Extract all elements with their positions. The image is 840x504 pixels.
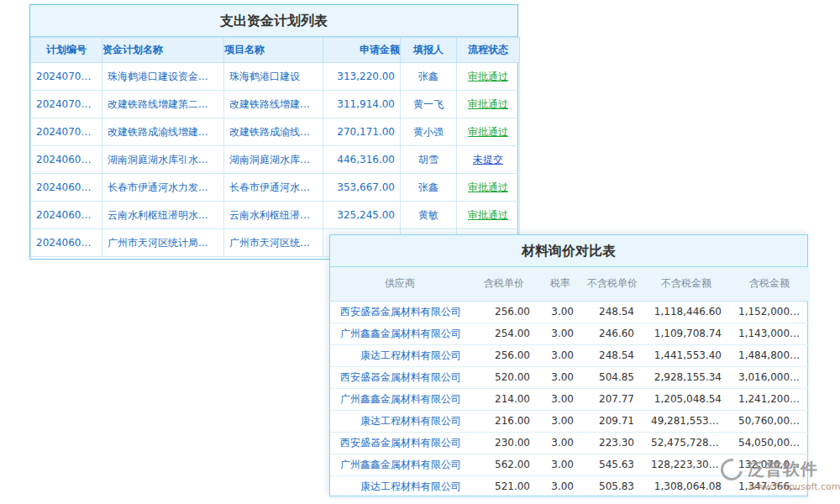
- quote-cell-price-notax: 248.54: [582, 301, 643, 323]
- plan-cell-id: 2024060011: [31, 146, 102, 174]
- plan-cell-project: 改建铁路线增建第...: [224, 91, 323, 118]
- quote-cell-price-notax: 246.60: [582, 323, 643, 344]
- quote-cell-amount-tax: 1,143,000.00: [730, 323, 809, 344]
- quote-column-header: 含税金额: [730, 267, 809, 301]
- plan-cell-project: 广州市天河区统计...: [224, 229, 323, 257]
- quote-table-header-row: 供应商含税单价税率不含税单价不含税金额含税金额: [330, 267, 809, 301]
- quote-cell-supplier: 康达工程材料有限公司: [330, 344, 470, 366]
- status-link[interactable]: 审批通过: [468, 71, 508, 82]
- plan-table-row[interactable]: 2024070001改建铁路成渝线增建...改建铁路成渝线增...270,171…: [31, 118, 520, 146]
- plan-cell-amount: 446,316.00: [323, 146, 401, 174]
- quote-cell-supplier: 广州鑫鑫金属材料有限公司: [330, 323, 470, 344]
- quote-cell-amount-notax: 1,118,446.60: [643, 301, 730, 323]
- quote-cell-amount-notax: 1,441,553.40: [643, 344, 730, 366]
- plan-table-row[interactable]: 2024070003珠海鹤港口建设资金...珠海鹤港口建设313,220.00张…: [31, 63, 520, 91]
- plan-cell-person: 黄敏: [401, 202, 457, 229]
- status-link[interactable]: 审批通过: [468, 209, 508, 221]
- plan-cell-status[interactable]: 审批通过: [457, 174, 520, 202]
- quote-cell-price-tax: 256.00: [470, 301, 538, 323]
- plan-cell-status[interactable]: 审批通过: [457, 63, 520, 91]
- quote-cell-amount-tax: 1,241,200.00: [730, 388, 809, 410]
- plan-column-header: 填报人: [401, 38, 457, 63]
- plan-cell-plan: 珠海鹤港口建设资金...: [102, 63, 224, 91]
- quote-table-row[interactable]: 广州鑫鑫金属材料有限公司254.003.00246.601,109,708.74…: [330, 323, 809, 344]
- quote-column-header: 不含税单价: [582, 267, 643, 301]
- plan-table-row[interactable]: 2024060011湖南洞庭湖水库引水...湖南洞庭湖水库引...446,316…: [31, 146, 520, 174]
- quote-cell-supplier: 康达工程材料有限公司: [330, 410, 470, 432]
- fanpu-watermark: 泛普软件 www.fanpusoft.com: [721, 458, 840, 492]
- plan-cell-status[interactable]: 审批通过: [457, 118, 520, 146]
- plan-cell-project: 长春市伊通河水力...: [224, 174, 323, 202]
- status-link[interactable]: 审批通过: [468, 181, 508, 193]
- quote-cell-price-tax: 230.00: [470, 432, 538, 454]
- quote-cell-amount-notax: 1,205,048.54: [643, 388, 730, 410]
- quote-table-row[interactable]: 康达工程材料有限公司256.003.00248.541,441,553.401,…: [330, 344, 809, 366]
- quote-cell-amount-tax: 54,050,000.00: [730, 432, 809, 454]
- quote-column-header: 不含税金额: [643, 267, 730, 301]
- plan-column-header: 流程状态: [457, 38, 520, 63]
- plan-cell-plan: 改建铁路线增建第二...: [102, 91, 224, 118]
- quote-cell-price-tax: 256.00: [470, 344, 538, 366]
- quote-cell-price-notax: 248.54: [582, 344, 643, 366]
- plan-table-row[interactable]: 2024070002改建铁路线增建第二...改建铁路线增建第...311,914…: [31, 91, 520, 118]
- plan-cell-plan: 湖南洞庭湖水库引水...: [102, 146, 224, 174]
- plan-cell-project: 湖南洞庭湖水库引...: [224, 146, 323, 174]
- quote-cell-amount-notax: 1,308,064.08: [643, 475, 730, 497]
- quote-table-row[interactable]: 康达工程材料有限公司216.003.00209.7149,281,553.405…: [330, 410, 809, 432]
- plan-cell-person: 张鑫: [401, 174, 457, 202]
- plan-column-header: 项目名称: [224, 38, 323, 63]
- quote-cell-amount-notax: 128,223,300.97: [643, 454, 730, 475]
- plan-cell-amount: 270,171.00: [323, 118, 401, 146]
- plan-cell-person: 黄一飞: [401, 91, 457, 118]
- plan-table-row[interactable]: 2024060010长春市伊通河水力发...长春市伊通河水力...353,667…: [31, 174, 520, 202]
- plan-table-panel: 支出资金计划列表 计划编号资金计划名称项目名称申请金额填报人流程状态 20240…: [29, 4, 518, 260]
- quote-cell-supplier: 康达工程材料有限公司: [330, 475, 470, 497]
- quote-cell-price-tax: 521.00: [470, 475, 538, 497]
- quote-cell-rate: 3.00: [538, 475, 582, 497]
- quote-cell-price-notax: 223.30: [582, 432, 643, 454]
- status-link[interactable]: 未提交: [473, 154, 503, 165]
- quote-cell-price-tax: 254.00: [470, 323, 538, 344]
- plan-cell-status[interactable]: 审批通过: [457, 202, 520, 229]
- quote-cell-price-notax: 209.71: [582, 410, 643, 432]
- plan-cell-project: 改建铁路成渝线增...: [224, 118, 323, 146]
- quote-column-header: 含税单价: [470, 267, 538, 301]
- quote-cell-amount-tax: 50,760,000.00: [730, 410, 809, 432]
- quote-cell-price-tax: 520.00: [470, 366, 538, 388]
- quote-cell-supplier: 广州鑫鑫金属材料有限公司: [330, 388, 470, 410]
- plan-cell-project: 云南水利枢纽潜明...: [224, 202, 323, 229]
- quote-column-header: 税率: [538, 267, 582, 301]
- quote-table-row[interactable]: 西安盛器金属材料有限公司520.003.00504.852,928,155.34…: [330, 366, 809, 388]
- quote-table-title: 材料询价对比表: [330, 235, 807, 267]
- plan-cell-plan: 云南水利枢纽潜明水...: [102, 202, 224, 229]
- plan-cell-status[interactable]: 审批通过: [457, 91, 520, 118]
- quote-table-row[interactable]: 西安盛器金属材料有限公司230.003.00223.3052,475,728.1…: [330, 432, 809, 454]
- plan-cell-plan: 改建铁路成渝线增建...: [102, 118, 224, 146]
- quote-cell-amount-notax: 52,475,728.16: [643, 432, 730, 454]
- quote-table-row[interactable]: 广州鑫鑫金属材料有限公司214.003.00207.771,205,048.54…: [330, 388, 809, 410]
- plan-cell-status[interactable]: 未提交: [457, 146, 520, 174]
- watermark-brand: 泛普软件: [748, 458, 818, 480]
- quote-cell-rate: 3.00: [538, 344, 582, 366]
- plan-cell-id: 2024070002: [31, 91, 102, 118]
- quote-cell-amount-notax: 2,928,155.34: [643, 366, 730, 388]
- quote-cell-price-notax: 207.77: [582, 388, 643, 410]
- quote-cell-price-tax: 214.00: [470, 388, 538, 410]
- plan-cell-amount: 311,914.00: [323, 91, 401, 118]
- quote-cell-rate: 3.00: [538, 366, 582, 388]
- status-link[interactable]: 审批通过: [468, 126, 508, 138]
- quote-cell-amount-notax: 49,281,553.40: [643, 410, 730, 432]
- quote-cell-rate: 3.00: [538, 388, 582, 410]
- plan-cell-amount: 353,667.00: [323, 174, 401, 202]
- quote-cell-rate: 3.00: [538, 432, 582, 454]
- status-link[interactable]: 审批通过: [468, 98, 508, 110]
- plan-column-header: 计划编号: [31, 38, 102, 63]
- fanpu-logo-icon: [717, 454, 747, 484]
- quote-cell-amount-notax: 1,109,708.74: [643, 323, 730, 344]
- quote-cell-supplier: 西安盛器金属材料有限公司: [330, 366, 470, 388]
- plan-cell-id: 2024060008: [31, 229, 102, 257]
- plan-cell-person: 张鑫: [401, 63, 457, 91]
- plan-table-row[interactable]: 2024060009云南水利枢纽潜明水...云南水利枢纽潜明...325,245…: [31, 202, 520, 229]
- quote-table-row[interactable]: 西安盛器金属材料有限公司256.003.00248.541,118,446.60…: [330, 301, 809, 323]
- quote-cell-price-tax: 216.00: [470, 410, 538, 432]
